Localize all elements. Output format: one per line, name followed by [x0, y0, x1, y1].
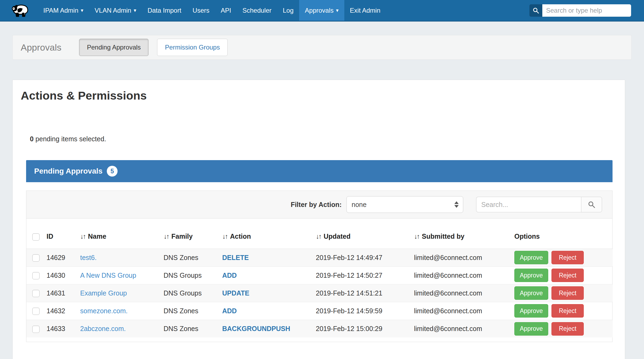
sort-icon: ↓↑ — [222, 233, 227, 240]
selected-count-line: 0 pending items selected. — [30, 135, 625, 143]
item-name-link[interactable]: test6. — [80, 254, 97, 261]
nav-label: Users — [193, 7, 210, 14]
cell-id: 14630 — [47, 266, 80, 284]
reject-button[interactable]: Reject — [551, 304, 584, 318]
item-name-link[interactable]: A New DNS Group — [80, 272, 136, 279]
cell-submitted-by: limited@6connect.com — [414, 249, 514, 266]
cell-family: DNS Zones — [164, 249, 222, 266]
search-icon — [529, 4, 542, 17]
count-badge: 5 — [107, 166, 118, 177]
cell-family: DNS Zones — [164, 320, 222, 337]
filter-strip: Filter by Action: none — [26, 191, 612, 219]
nav-item-approvals[interactable]: Approvals ▾ — [299, 0, 344, 21]
select-stepper-icon — [454, 201, 459, 208]
column-header-updated[interactable]: ↓↑Updated — [316, 219, 414, 249]
column-header-family[interactable]: ↓↑Family — [164, 219, 222, 249]
global-search-input[interactable] — [542, 4, 631, 17]
table-search-input[interactable] — [476, 197, 581, 212]
approve-button[interactable]: Approve — [514, 304, 548, 318]
item-name-link[interactable]: 2abczone.com. — [80, 325, 126, 332]
reject-button[interactable]: Reject — [551, 286, 584, 300]
nav-item-log[interactable]: Log — [277, 0, 299, 21]
item-name-link[interactable]: Example Group — [80, 289, 127, 297]
table-row: 14632 somezone.com. DNS Zones ADD 2019-F… — [26, 302, 613, 320]
nav-label: Scheduler — [242, 7, 271, 14]
row-checkbox[interactable] — [32, 272, 40, 279]
nav-item-users[interactable]: Users — [187, 0, 215, 21]
elephant-logo-icon — [11, 3, 30, 18]
column-label: Family — [171, 233, 193, 240]
cell-action: DELETE — [222, 254, 249, 261]
cell-action: BACKGROUNDPUSH — [222, 325, 290, 332]
permission-groups-tab[interactable]: Permission Groups — [157, 39, 228, 56]
column-label: Action — [230, 233, 251, 240]
nav-item-vlan-admin[interactable]: VLAN Admin ▾ — [89, 0, 142, 21]
nav-label: Exit Admin — [350, 7, 380, 14]
column-label: ID — [47, 233, 53, 240]
table-row: 14629 test6. DNS Zones DELETE 2019-Feb-1… — [26, 249, 613, 266]
approvals-subheader: Approvals Pending Approvals Permission G… — [12, 35, 632, 60]
pending-approvals-block: Pending Approvals 5 Filter by Action: no… — [26, 160, 613, 342]
column-header-name[interactable]: ↓↑Name — [80, 219, 164, 249]
column-label: Updated — [324, 233, 351, 240]
reject-button[interactable]: Reject — [551, 251, 584, 264]
action-filter-select[interactable]: none — [346, 196, 463, 213]
caret-down-icon: ▾ — [336, 8, 339, 13]
nav-item-scheduler[interactable]: Scheduler — [237, 0, 277, 21]
caret-down-icon: ▾ — [134, 8, 136, 13]
cell-id: 14633 — [47, 320, 80, 337]
select-value: none — [352, 201, 367, 209]
nav-label: Data Import — [147, 7, 181, 14]
nav-item-data-import[interactable]: Data Import — [142, 0, 187, 21]
reject-button[interactable]: Reject — [551, 269, 584, 282]
row-checkbox[interactable] — [32, 290, 40, 297]
table-row: 14633 2abczone.com. DNS Zones BACKGROUND… — [26, 320, 613, 337]
row-checkbox[interactable] — [32, 308, 40, 315]
approvals-table-container: Filter by Action: none — [26, 191, 613, 342]
row-checkbox[interactable] — [32, 326, 40, 333]
selected-label: pending items selected. — [36, 135, 106, 143]
page-title: Actions & Permissions — [21, 89, 625, 102]
actions-permissions-panel: Actions & Permissions 0 pending items se… — [12, 80, 625, 359]
provision-logo[interactable] — [11, 0, 30, 21]
sort-icon: ↓↑ — [414, 233, 419, 240]
nav-item-exit-admin[interactable]: Exit Admin — [344, 0, 386, 21]
cell-action: ADD — [222, 272, 237, 279]
cell-updated: 2019-Feb-12 14:50:27 — [316, 266, 414, 284]
cell-id: 14632 — [47, 302, 80, 320]
column-label: Name — [88, 233, 106, 240]
nav-label: Log — [283, 7, 293, 14]
approve-button[interactable]: Approve — [514, 286, 548, 300]
pending-approvals-header: Pending Approvals 5 — [26, 160, 613, 182]
column-label: Options — [514, 233, 540, 240]
caret-down-icon: ▾ — [81, 8, 83, 13]
column-header-submitted-by[interactable]: ↓↑Submitted by — [414, 219, 514, 249]
column-header-options: Options — [514, 219, 613, 249]
table-header-row: ID ↓↑Name ↓↑Family ↓↑Action ↓↑Updated ↓↑… — [26, 219, 613, 249]
row-checkbox[interactable] — [32, 254, 40, 262]
search-icon — [588, 200, 596, 209]
cell-action: UPDATE — [222, 289, 249, 297]
cell-updated: 2019-Feb-12 14:51:21 — [316, 284, 414, 302]
cell-submitted-by: limited@6connect.com — [414, 284, 514, 302]
select-all-checkbox[interactable] — [32, 233, 40, 241]
nav-item-ipam-admin[interactable]: IPAM Admin ▾ — [38, 0, 89, 21]
table-search-group — [476, 197, 602, 212]
cell-id: 14631 — [47, 284, 80, 302]
column-header-action[interactable]: ↓↑Action — [222, 219, 316, 249]
item-name-link[interactable]: somezone.com. — [80, 307, 128, 315]
table-search-button[interactable] — [581, 197, 602, 212]
table-row: 14630 A New DNS Group DNS Groups ADD 201… — [26, 266, 613, 284]
cell-submitted-by: limited@6connect.com — [414, 302, 514, 320]
approve-button[interactable]: Approve — [514, 322, 548, 336]
approve-button[interactable]: Approve — [514, 269, 548, 282]
sort-icon: ↓↑ — [316, 233, 321, 240]
nav-item-api[interactable]: API — [215, 0, 237, 21]
pending-approvals-tab[interactable]: Pending Approvals — [79, 39, 148, 56]
section-title: Approvals — [21, 42, 61, 53]
nav-label: API — [221, 7, 231, 14]
cell-updated: 2019-Feb-12 14:59:59 — [316, 302, 414, 320]
reject-button[interactable]: Reject — [551, 322, 584, 336]
approve-button[interactable]: Approve — [514, 251, 548, 264]
nav-label: Approvals — [305, 7, 334, 14]
